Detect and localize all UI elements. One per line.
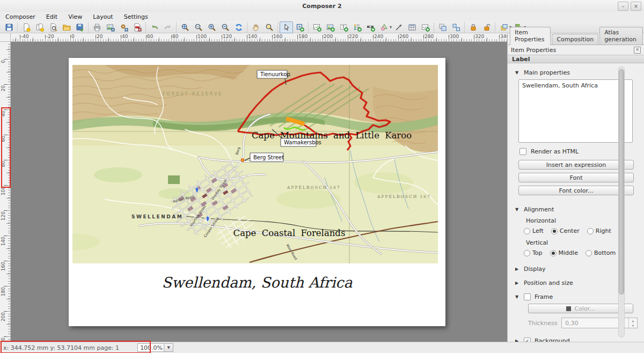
horizontal-alignment-radios: LeftCenterRight bbox=[524, 227, 644, 234]
ruler-label: 60 bbox=[1, 136, 6, 142]
section-frame[interactable]: ▼ ✓ Frame bbox=[515, 293, 644, 300]
section-display[interactable]: ▶ Display bbox=[515, 266, 644, 273]
composition-page[interactable]: FOREST RESERVE APPELBOSCH 167 APPELBOSCH… bbox=[69, 58, 445, 326]
panel-close-icon[interactable]: × bbox=[634, 47, 641, 54]
add-arrow-button[interactable] bbox=[392, 21, 405, 33]
zoom-in-button[interactable] bbox=[205, 21, 218, 33]
radio-label-right: Right bbox=[596, 227, 611, 234]
spin-up-icon[interactable]: ▲ bbox=[629, 318, 637, 323]
menu-settings[interactable]: Settings bbox=[119, 13, 153, 21]
add-basic-shape-button[interactable] bbox=[377, 21, 391, 33]
radio-center[interactable] bbox=[551, 228, 558, 234]
save-as-template-button[interactable] bbox=[73, 21, 86, 33]
group-items-button[interactable] bbox=[436, 21, 449, 33]
radio-middle[interactable] bbox=[550, 250, 557, 256]
zoom-actual-size-button[interactable]: 1:1 bbox=[192, 21, 205, 33]
menu-edit[interactable]: Edit bbox=[41, 13, 63, 21]
panel-scrollbar-thumb[interactable] bbox=[619, 69, 624, 295]
lock-selected-items-button[interactable] bbox=[466, 21, 480, 33]
frame-color-button[interactable]: Color... bbox=[528, 304, 633, 313]
label-item[interactable]: Swellendam, South Africa bbox=[69, 274, 445, 291]
menu-layout[interactable]: Layout bbox=[87, 13, 118, 21]
close-button[interactable]: × bbox=[631, 2, 641, 11]
render-as-html-row[interactable]: ✓ Render as HTML bbox=[519, 148, 644, 155]
select-move-item-icon bbox=[282, 23, 291, 32]
font-button[interactable]: Font bbox=[518, 173, 634, 182]
add-new-map-button[interactable] bbox=[310, 21, 324, 33]
select-move-item-button[interactable] bbox=[280, 21, 293, 33]
menu-bar: ComposerEditViewLayoutSettings bbox=[0, 12, 644, 21]
new-composition-icon bbox=[22, 23, 31, 32]
open-template-button[interactable] bbox=[60, 21, 73, 33]
spin-down-icon[interactable]: ▼ bbox=[629, 323, 637, 328]
ungroup-items-button[interactable] bbox=[449, 21, 463, 33]
manage-compositions-button[interactable] bbox=[46, 21, 60, 33]
expand-arrow-icon: ▶ bbox=[515, 267, 520, 271]
menu-view[interactable]: View bbox=[63, 13, 87, 21]
ruler-label: 180 bbox=[1, 287, 6, 296]
export-as-image-button[interactable] bbox=[104, 21, 117, 33]
radio-label-top: Top bbox=[532, 249, 543, 256]
add-image-icon bbox=[326, 23, 335, 32]
title-bar: Composer 2 – × bbox=[0, 0, 644, 12]
label-text-input[interactable]: Swellendam, South Africa bbox=[518, 79, 633, 143]
move-item-content-button[interactable] bbox=[293, 21, 306, 33]
redo-button[interactable] bbox=[161, 21, 174, 33]
insert-expression-button[interactable]: Insert an expression bbox=[518, 160, 634, 170]
status-bar: x: 344.752 mm y: 53.7104 mm page: 1 100.… bbox=[0, 342, 644, 353]
menu-composer[interactable]: Composer bbox=[0, 13, 41, 21]
composition-canvas[interactable]: FOREST RESERVE APPELBOSCH 167 APPELBOSCH… bbox=[11, 42, 507, 342]
font-color-button[interactable]: Font color... bbox=[518, 186, 634, 195]
save-project-button[interactable] bbox=[2, 21, 16, 33]
frame-checkbox[interactable]: ✓ bbox=[524, 293, 531, 300]
zoom-dropdown-icon[interactable]: ▼ bbox=[164, 343, 173, 352]
tab-composition[interactable]: Composition bbox=[552, 34, 598, 45]
radio-left[interactable] bbox=[524, 228, 530, 234]
tab-item-properties[interactable]: Item Properties bbox=[510, 27, 551, 45]
zoom-value[interactable]: 100.0% bbox=[137, 343, 164, 352]
export-as-pdf-button[interactable] bbox=[130, 21, 144, 33]
unlock-all-items-button[interactable] bbox=[480, 21, 493, 33]
panel-scrollbar[interactable] bbox=[618, 67, 625, 337]
radio-top[interactable] bbox=[524, 250, 530, 256]
add-new-scalebar-button[interactable] bbox=[364, 21, 377, 33]
radio-right[interactable] bbox=[587, 228, 594, 234]
section-alignment[interactable]: ▼ Alignment bbox=[515, 206, 644, 213]
add-attribute-table-icon bbox=[408, 23, 416, 32]
zoom-region-button[interactable] bbox=[262, 21, 276, 33]
add-image-button[interactable] bbox=[324, 21, 337, 33]
ruler-label: 140 bbox=[248, 34, 257, 39]
add-new-label-button[interactable]: T bbox=[337, 21, 350, 33]
add-new-legend-icon bbox=[353, 23, 362, 32]
ruler-label: 260 bbox=[399, 34, 408, 39]
export-as-svg-button[interactable] bbox=[117, 21, 130, 33]
duplicate-composition-button[interactable] bbox=[33, 21, 46, 33]
section-background[interactable]: ▶ ✓ Background bbox=[515, 337, 644, 342]
zoom-combobox[interactable]: 100.0% ▼ bbox=[137, 343, 173, 352]
tab-atlas-generation[interactable]: Atlas generation bbox=[599, 27, 643, 45]
raise-selected-items-button[interactable] bbox=[497, 21, 510, 33]
add-html-frame-button[interactable]: </> bbox=[419, 21, 432, 33]
print-button[interactable] bbox=[90, 21, 104, 33]
background-checkbox[interactable]: ✓ bbox=[524, 337, 531, 342]
zoom-full-button[interactable] bbox=[178, 21, 192, 33]
new-composition-button[interactable] bbox=[19, 21, 33, 33]
svg-text:Tienuurkop: Tienuurkop bbox=[260, 71, 290, 77]
refresh-view-button[interactable] bbox=[232, 21, 245, 33]
render-as-html-checkbox[interactable]: ✓ bbox=[519, 148, 526, 155]
undo-button[interactable] bbox=[148, 21, 161, 33]
minimize-button[interactable]: – bbox=[618, 2, 628, 11]
zoom-out-button[interactable] bbox=[218, 21, 232, 33]
add-attribute-table-button[interactable] bbox=[405, 21, 419, 33]
map-item[interactable]: FOREST RESERVE APPELBOSCH 167 APPELBOSCH… bbox=[72, 65, 438, 263]
ruler-label: 20 bbox=[97, 34, 103, 39]
pan-button[interactable] bbox=[249, 21, 262, 33]
section-main-properties[interactable]: ▼ Main properties bbox=[515, 69, 644, 76]
collapse-arrow-icon: ▼ bbox=[515, 207, 520, 212]
ruler-label: 200 bbox=[324, 34, 333, 39]
thickness-spinbox[interactable]: 0,30 ▲ ▼ bbox=[561, 318, 638, 328]
radio-bottom[interactable] bbox=[586, 250, 592, 256]
section-position-and-size[interactable]: ▶ Position and size bbox=[515, 280, 644, 286]
group-items-icon bbox=[438, 23, 447, 32]
add-new-legend-button[interactable] bbox=[350, 21, 364, 33]
